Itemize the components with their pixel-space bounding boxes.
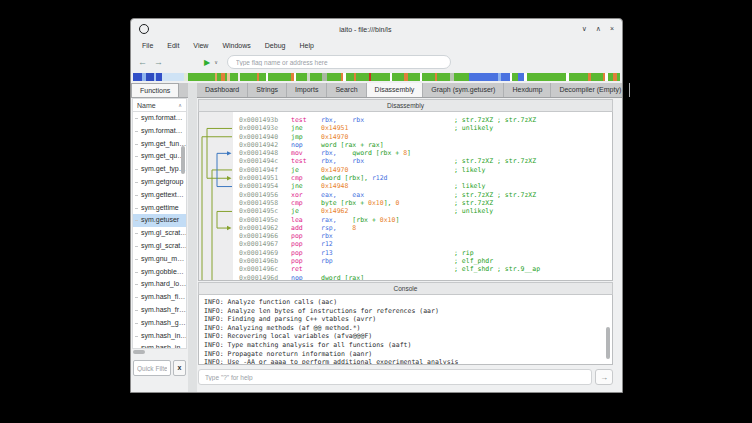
clear-filter-button[interactable]: x [173, 360, 186, 376]
operands: 0x14951 [321, 124, 454, 132]
disassembly-line[interactable]: 0x0001493ejne0x14951; unlikely [239, 124, 612, 132]
titlebar[interactable]: iaito - file:///bin/ls ∨ ∧ × [131, 19, 622, 39]
address: 0x0001493e [239, 124, 291, 132]
tab-functions[interactable]: Functions [131, 83, 179, 97]
tab-disassembly[interactable]: Disassembly [367, 83, 424, 97]
operands [321, 265, 454, 273]
disassembly-line[interactable]: 0x00014951cmpdword [rbx], r12d [239, 174, 612, 182]
seekbar-segment [310, 73, 323, 81]
function-list-item[interactable]: sym.get_fun… [133, 138, 186, 151]
menu-help[interactable]: Help [292, 42, 320, 49]
operands: 0x14948 [321, 182, 454, 190]
iaito-logo-icon [139, 24, 149, 34]
disassembly-line[interactable]: 0x0001496dnopdword [rax] [239, 274, 612, 280]
function-list-item[interactable]: sym.hash_fr… [133, 304, 186, 317]
seekbar-segment [437, 73, 450, 81]
tab-hexdump[interactable]: Hexdump [504, 83, 551, 97]
disassembly-line[interactable]: 0x00014940jmp0x14970 [239, 133, 612, 141]
disassembly-line[interactable]: 0x0001495elearax, [rbx + 0x10] [239, 216, 612, 224]
address: 0x00014940 [239, 133, 291, 141]
address: 0x00014948 [239, 149, 291, 157]
functions-list[interactable]: sym.format…sym.format…sym.get_fun…sym.ge… [132, 112, 187, 349]
function-list-item[interactable]: sym.hash_fi… [133, 291, 186, 304]
console-send-button[interactable]: → [595, 369, 613, 385]
disassembly-line[interactable]: 0x00014966poprbx [239, 232, 612, 240]
function-list-item[interactable]: sym.gnu_m… [133, 253, 186, 266]
seekbar-segment [408, 73, 421, 81]
function-list-item[interactable]: sym.get_typ… [133, 163, 186, 176]
tab-imports[interactable]: Imports [287, 83, 327, 97]
disassembly-line[interactable]: 0x0001494fje0x14970; likely [239, 166, 612, 174]
functions-hscrollbar[interactable] [133, 350, 186, 356]
seek-address-input[interactable] [227, 55, 451, 69]
continue-debug-icon[interactable]: ▶ [204, 58, 210, 67]
tab-decompiler-empty[interactable]: Decompiler (Empty) [551, 83, 630, 97]
function-list-item[interactable]: sym.gl_scrat… [133, 240, 186, 253]
function-list-item[interactable]: sym.gobble… [133, 266, 186, 279]
function-list-item[interactable]: sym.hash_in… [133, 330, 186, 343]
operands: rbx, qword [rbx + 8] [321, 149, 454, 157]
address-seekbar[interactable] [133, 73, 620, 81]
panel-splitter[interactable] [188, 83, 197, 392]
function-list-item[interactable]: sym.gettime [133, 202, 186, 215]
disassembly-line[interactable]: 0x0001496bpoprbp; elf_phdr [239, 257, 612, 265]
tab-dashboard[interactable]: Dashboard [197, 83, 248, 97]
function-list-item[interactable]: sym.getuser [133, 214, 186, 227]
address: 0x0001496b [239, 257, 291, 265]
disassembly-line[interactable]: 0x0001496cret; elf_shdr ; str.9__ap [239, 265, 612, 273]
minimize-button[interactable]: ∨ [582, 25, 587, 33]
menu-file[interactable]: File [135, 42, 160, 49]
hscrollbar-thumb[interactable] [133, 350, 145, 354]
close-button[interactable]: × [610, 25, 614, 33]
disassembly-dock-title[interactable]: Disassembly [198, 99, 613, 112]
tab-graph-sym-getuser[interactable]: Graph (sym.getuser) [423, 83, 504, 97]
operands: dword [rbx], r12d [321, 174, 454, 182]
function-list-item[interactable]: sym.get_qu… [133, 150, 186, 163]
operands: rbp [321, 257, 454, 265]
mnemonic: nop [291, 274, 321, 280]
functions-column-header[interactable]: Name ∧ [132, 98, 187, 112]
function-list-item[interactable]: sym.format… [133, 125, 186, 138]
menu-debug[interactable]: Debug [258, 42, 293, 49]
function-list-item[interactable]: sym.gl_scrat… [133, 227, 186, 240]
quick-filter-input[interactable] [133, 360, 171, 376]
disassembly-line[interactable]: 0x00014969popr13; rip [239, 249, 612, 257]
maximize-button[interactable]: ∧ [596, 25, 601, 33]
functions-scrollbar-thumb[interactable] [181, 146, 185, 174]
tab-search[interactable]: Search [327, 83, 366, 97]
menu-view[interactable]: View [186, 42, 215, 49]
disassembly-line[interactable]: 0x00014954jne0x14948; likely [239, 182, 612, 190]
function-list-item[interactable]: sym.hard_lo… [133, 278, 186, 291]
functions-panel: Functions Name ∧ sym.format…sym.format…s… [131, 83, 188, 392]
back-icon[interactable]: ← [138, 58, 147, 67]
console-input[interactable] [198, 369, 592, 385]
console-dock-title[interactable]: Console [198, 282, 613, 295]
sort-ascending-icon[interactable]: ∧ [178, 102, 182, 108]
menu-edit[interactable]: Edit [160, 42, 186, 49]
disassembly-line[interactable]: 0x00014942nopword [rax + rax] [239, 141, 612, 149]
disassembly-line[interactable]: 0x00014956xoreax, eax; str.7zXZ ; str.7z… [239, 191, 612, 199]
disassembly-line[interactable]: 0x00014967popr12 [239, 240, 612, 248]
disassembly-line[interactable]: 0x0001495cje0x14962; unlikely [239, 207, 612, 215]
operands: rbx, rbx [321, 116, 454, 124]
function-list-item[interactable]: sym.getgroup [133, 176, 186, 189]
disassembly-line[interactable]: 0x0001493btestrbx, rbx; str.7zXZ ; str.7… [239, 116, 612, 124]
disassembly-line[interactable]: 0x0001494ctestrbx, rbx; str.7zXZ ; str.7… [239, 157, 612, 165]
console-scrollbar-thumb[interactable] [606, 327, 610, 359]
disassembly-line[interactable]: 0x00014958cmpbyte [rbx + 0x10], 0; str.7… [239, 199, 612, 207]
disassembly-view[interactable]: 0x0001493btestrbx, rbx; str.7zXZ ; str.7… [198, 112, 613, 281]
debug-dropdown-icon[interactable]: ∨ [214, 58, 218, 67]
function-list-item[interactable]: sym.gettext… [133, 189, 186, 202]
function-list-item[interactable]: sym.format… [133, 112, 186, 125]
console-output[interactable]: INFO: Analyze function calls (aac)INFO: … [198, 295, 613, 365]
menu-windows[interactable]: Windows [215, 42, 257, 49]
disassembly-listing[interactable]: 0x0001493btestrbx, rbx; str.7zXZ ; str.7… [233, 112, 612, 280]
mnemonic: test [291, 116, 321, 124]
disassembly-line[interactable]: 0x00014948movrbx, qword [rbx + 8] [239, 149, 612, 157]
function-list-item[interactable]: sym.hash_g… [133, 317, 186, 330]
forward-icon[interactable]: → [154, 58, 163, 67]
disassembly-line[interactable]: 0x00014962addrsp, 8 [239, 224, 612, 232]
tab-strings[interactable]: Strings [248, 83, 287, 97]
address: 0x0001494f [239, 166, 291, 174]
function-list-item[interactable]: sym.hash_in… [133, 342, 186, 349]
